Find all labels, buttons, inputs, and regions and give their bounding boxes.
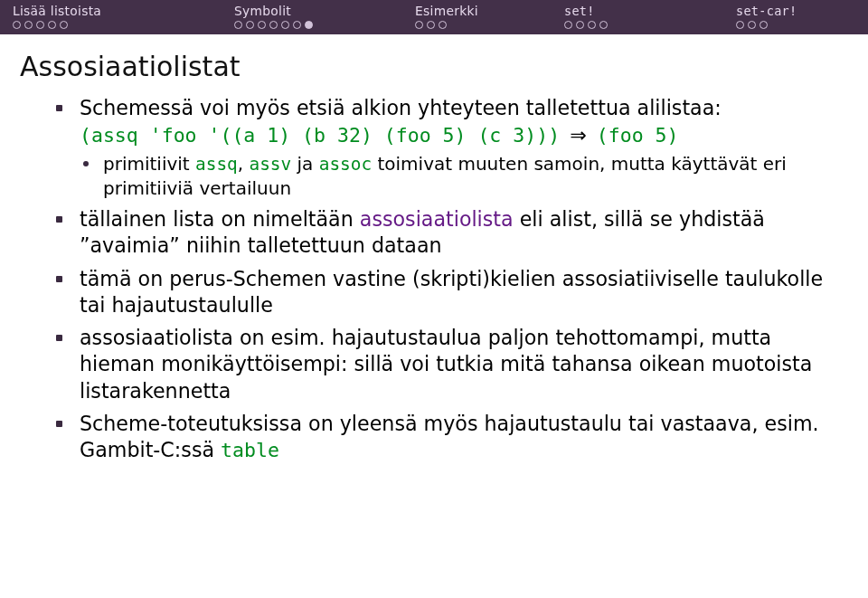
text: ja: [291, 153, 319, 175]
code-assv: assv: [249, 154, 291, 175]
text: assosiaatiolista on esim. hajautustaulua…: [80, 326, 812, 403]
nav-section-4[interactable]: set!: [564, 4, 736, 29]
text: tällainen lista on nimeltään: [80, 207, 360, 231]
progress-dots: [13, 21, 68, 29]
slide-body: Schemessä voi myös etsiä alkion yhteytee…: [0, 95, 868, 488]
sub-bullet-primitives: primitiivit assq, assv ja assoc toimivat…: [103, 152, 832, 200]
bullet-assq-intro: Schemessä voi myös etsiä alkion yhteytee…: [80, 95, 832, 200]
text: Schemessä voi myös etsiä alkion yhteytee…: [80, 96, 722, 119]
nav-section-2[interactable]: Symbolit: [234, 4, 415, 29]
bullet-implementations: Scheme-toteutuksissa on yleensä myös haj…: [80, 411, 832, 464]
text: ,: [238, 153, 250, 175]
nav-section-3[interactable]: Esimerkki: [415, 4, 564, 29]
nav-section-1[interactable]: Lisää listoista: [13, 4, 234, 29]
code-assq-call: (assq 'foo '((a 1) (b 32) (foo 5) (c 3))…: [80, 124, 560, 147]
term-assosiaatiolista: assosiaatiolista: [360, 207, 514, 231]
code-table: table: [221, 439, 279, 461]
text: Scheme-toteutuksissa on yleensä myös haj…: [80, 412, 819, 461]
progress-dots: [234, 21, 313, 29]
nav-section-5[interactable]: set-car!: [736, 4, 855, 29]
slide-title: Assosiaatiolistat: [0, 34, 868, 95]
nav-label: Lisää listoista: [13, 4, 101, 19]
nav-bar: Lisää listoista Symbolit Esimerkki set! …: [0, 0, 868, 34]
bullet-alist-term: tällainen lista on nimeltään assosiaatio…: [80, 206, 832, 260]
nav-label: Esimerkki: [415, 4, 478, 19]
nav-label: set-car!: [736, 4, 797, 19]
nav-label: Symbolit: [234, 4, 291, 19]
code-assq: assq: [195, 154, 238, 175]
bullet-equivalent: tämä on perus-Schemen vastine (skripti)k…: [80, 266, 832, 319]
arrow-icon: ⇒: [570, 122, 587, 148]
text: primitiivit: [103, 153, 195, 175]
bullet-efficiency: assosiaatiolista on esim. hajautustaulua…: [80, 325, 832, 404]
code-assoc: assoc: [319, 154, 372, 175]
progress-dots: [415, 21, 447, 29]
nav-label: set!: [564, 4, 595, 19]
progress-dots: [736, 21, 768, 29]
text: tämä on perus-Schemen vastine (skripti)k…: [80, 267, 823, 317]
progress-dots: [564, 21, 608, 29]
code-assq-result: (foo 5): [597, 124, 679, 147]
